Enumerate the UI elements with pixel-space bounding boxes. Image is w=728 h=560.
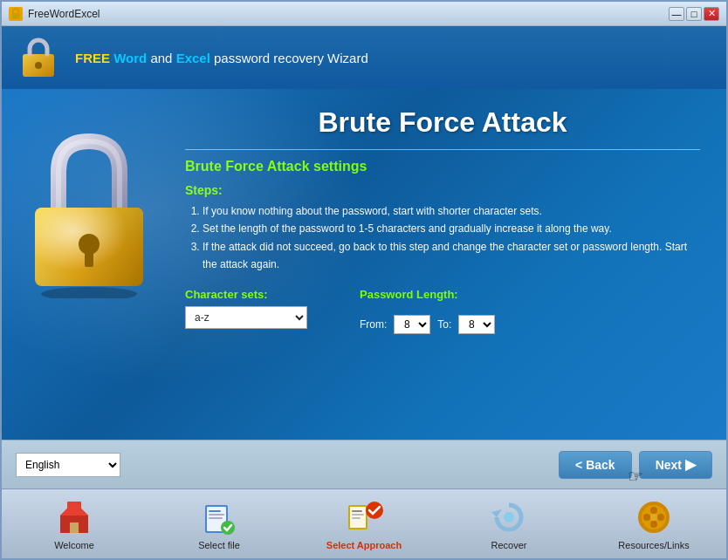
- step-2: Set the length of the password to 1-5 ch…: [203, 220, 700, 237]
- select-file-label: Select file: [198, 540, 240, 550]
- header-and: and: [150, 51, 175, 65]
- step-1: If you know nothing about the password, …: [203, 202, 700, 220]
- title-divider: [185, 149, 700, 150]
- steps-label: Steps:: [185, 183, 700, 197]
- svg-point-30: [650, 521, 657, 528]
- recover-icon: [490, 498, 528, 536]
- svg-rect-24: [352, 517, 361, 519]
- nav-buttons: < Back Next ▶: [559, 451, 712, 479]
- svg-rect-15: [209, 510, 221, 512]
- app-icon: [9, 7, 23, 21]
- main-area: Brute Force Attack Brute Force Attack se…: [2, 89, 726, 440]
- svg-marker-11: [60, 502, 88, 516]
- taskbar-item-recover[interactable]: Recover: [465, 498, 553, 550]
- header-lock-icon: [16, 35, 61, 80]
- title-bar: FreeWordExcel — □ ✕: [2, 2, 726, 26]
- svg-rect-17: [209, 517, 223, 519]
- window-controls: — □ ✕: [669, 7, 719, 21]
- bottom-bar: English French German Spanish Italian < …: [2, 440, 726, 488]
- from-to-row: From: 1234 5678 9101112 To: 1234 5678 91…: [360, 315, 495, 334]
- settings-row: Character sets: a-z A-Z 0-9 a-zA-Z a-zA-…: [185, 288, 700, 334]
- to-label: To:: [437, 318, 451, 331]
- header-bar: FREE Word and Excel password recovery Wi…: [2, 26, 726, 89]
- svg-rect-12: [70, 522, 79, 533]
- svg-point-6: [79, 234, 100, 255]
- svg-point-33: [650, 514, 657, 521]
- step-3: If the attack did not succeed, go back t…: [203, 238, 700, 274]
- header-rest: password recovery Wizard: [214, 51, 368, 65]
- pwd-length-group: Password Length: From: 1234 5678 9101112…: [360, 288, 495, 334]
- char-sets-label: Character sets:: [185, 288, 307, 301]
- svg-point-29: [650, 507, 657, 514]
- pwd-length-label: Password Length:: [360, 288, 495, 301]
- to-select[interactable]: 1234 5678 9101112: [458, 315, 495, 334]
- content-panel: Brute Force Attack Brute Force Attack se…: [176, 89, 726, 440]
- resources-icon: [635, 498, 673, 536]
- svg-point-31: [643, 514, 650, 521]
- welcome-icon: [55, 498, 93, 536]
- header-title: FREE Word and Excel password recovery Wi…: [75, 51, 368, 65]
- back-button[interactable]: < Back: [559, 451, 632, 479]
- char-sets-group: Character sets: a-z A-Z 0-9 a-zA-Z a-zA-…: [185, 288, 307, 329]
- char-sets-select[interactable]: a-z A-Z 0-9 a-zA-Z a-zA-Z0-9 All printab…: [185, 306, 307, 329]
- svg-rect-22: [352, 510, 362, 512]
- taskbar-item-select-approach[interactable]: Select Approach: [320, 498, 408, 550]
- svg-marker-25: [491, 509, 502, 517]
- header-word-text: Word: [113, 51, 147, 65]
- language-select[interactable]: English French German Spanish Italian: [16, 453, 120, 477]
- svg-rect-7: [85, 253, 93, 267]
- from-select[interactable]: 1234 5678 9101112: [394, 315, 430, 334]
- next-arrow-icon: ▶: [685, 456, 696, 473]
- maximize-button[interactable]: □: [686, 7, 702, 21]
- section-title: Brute Force Attack settings: [185, 159, 700, 174]
- svg-rect-0: [11, 13, 20, 19]
- close-button[interactable]: ✕: [704, 7, 719, 21]
- taskbar-item-resources[interactable]: Resources/Links: [610, 498, 697, 550]
- svg-point-26: [504, 512, 514, 522]
- header-free: FREE: [75, 51, 110, 65]
- main-window: FreeWordExcel — □ ✕ FREE: [0, 0, 728, 560]
- svg-point-32: [657, 514, 664, 521]
- select-approach-label: Select Approach: [326, 540, 402, 550]
- lock-illustration: [19, 124, 159, 298]
- svg-rect-16: [209, 514, 224, 516]
- next-button[interactable]: Next ▶: [639, 451, 712, 479]
- svg-point-2: [35, 62, 42, 69]
- header-excel-text: Excel: [176, 51, 210, 65]
- taskbar-item-select-file[interactable]: Select file: [175, 498, 263, 550]
- recover-label: Recover: [491, 540, 527, 550]
- resources-label: Resources/Links: [618, 540, 689, 550]
- select-file-icon: [200, 498, 238, 536]
- svg-rect-23: [352, 514, 364, 516]
- taskbar: Welcome Select file: [2, 488, 726, 558]
- steps-list: If you know nothing about the password, …: [185, 202, 700, 274]
- from-label: From:: [360, 318, 387, 331]
- minimize-button[interactable]: —: [669, 7, 684, 21]
- taskbar-item-welcome[interactable]: Welcome: [31, 498, 118, 550]
- select-approach-icon: [345, 498, 383, 536]
- svg-point-8: [41, 287, 137, 298]
- window-title: FreeWordExcel: [28, 8, 669, 20]
- welcome-label: Welcome: [54, 540, 94, 550]
- page-title: Brute Force Attack: [185, 106, 700, 139]
